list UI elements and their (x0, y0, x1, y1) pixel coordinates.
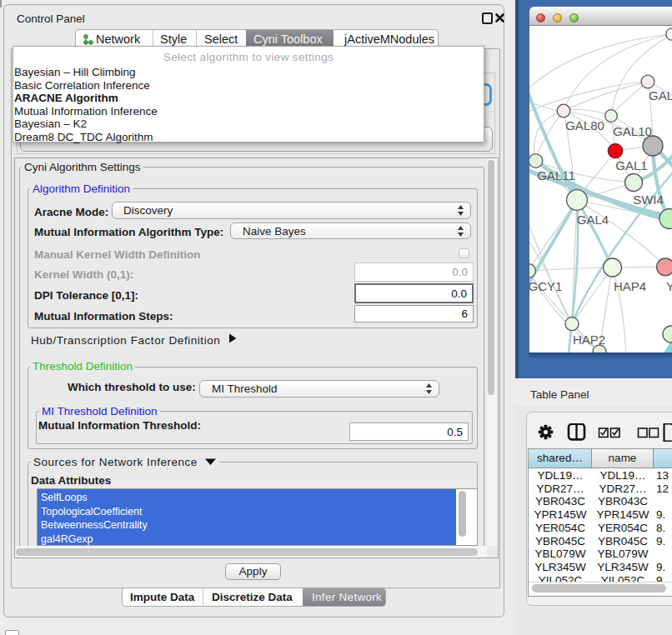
svg-text:GAL80: GAL80 (565, 118, 604, 132)
svg-text:HAP2: HAP2 (573, 332, 605, 347)
svg-text:GAL10: GAL10 (613, 124, 652, 138)
svg-text:SWI4: SWI4 (633, 192, 664, 207)
svg-text:GAL7: GAL7 (649, 88, 672, 102)
svg-text:HAP4: HAP4 (614, 279, 646, 293)
svg-text:YE: YE (666, 279, 672, 293)
svg-text:GCY1: GCY1 (529, 279, 562, 293)
svg-text:GAL1: GAL1 (615, 158, 647, 172)
svg-text:GAL4: GAL4 (577, 212, 609, 227)
svg-text:GAL11: GAL11 (537, 168, 575, 182)
